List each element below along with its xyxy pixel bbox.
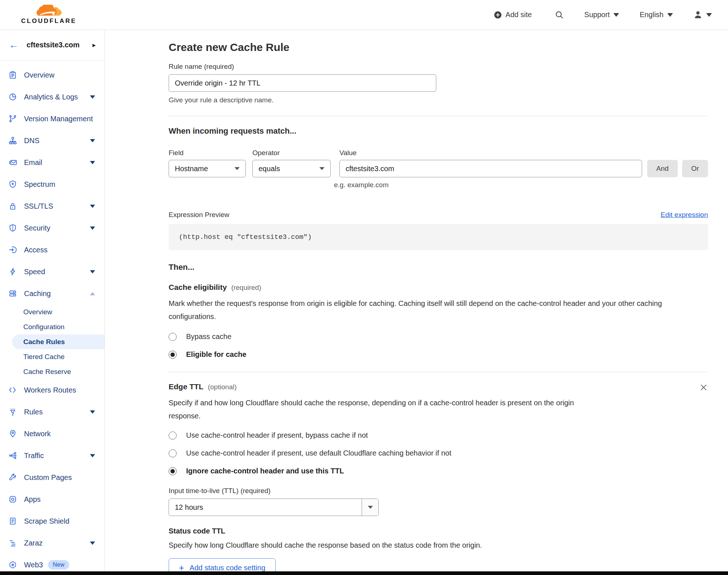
sidebar-item-overview[interactable]: Overview	[0, 64, 105, 86]
edge-ttl-description: Specify if and how long Cloudflare shoul…	[169, 396, 602, 422]
sidebar-item-label: Spectrum	[24, 180, 55, 189]
or-button[interactable]: Or	[682, 160, 708, 177]
and-button[interactable]: And	[647, 160, 678, 177]
bottom-edge-bar	[0, 571, 728, 575]
caret-down-icon	[90, 161, 95, 164]
sidebar-item-caching[interactable]: Caching	[0, 283, 105, 304]
caret-down-icon	[90, 454, 95, 457]
sidebar-item-workers-routes[interactable]: Workers Routes	[0, 379, 105, 401]
sidebar-item-label: Access	[24, 246, 47, 254]
edge-ttl-option-ignore-radio[interactable]: Ignore cache-control header and use this…	[169, 467, 708, 475]
eligible-for-cache-radio[interactable]: Eligible for cache	[169, 350, 708, 359]
apps-icon	[9, 495, 17, 503]
value-input[interactable]	[339, 160, 642, 177]
field-select-value: Hostname	[175, 165, 208, 173]
required-tag: (required)	[231, 284, 261, 292]
sidebar-subitem-caching-overview[interactable]: Overview	[0, 304, 105, 319]
ttl-select-arrow[interactable]	[362, 499, 378, 516]
hexagon-icon	[9, 561, 17, 569]
language-menu[interactable]: English	[640, 11, 673, 19]
caret-down-icon	[319, 167, 324, 170]
chevron-right-icon[interactable]: ▶	[93, 43, 96, 48]
sidebar-item-label: Overview	[24, 71, 54, 79]
sidebar-item-version-management[interactable]: Version Management	[0, 108, 105, 130]
rule-name-input[interactable]	[169, 74, 436, 92]
ttl-select-value: 12 hours	[175, 503, 203, 512]
bolt-icon	[9, 268, 17, 276]
sidebar-item-label: Speed	[24, 268, 45, 276]
sidebar-item-speed[interactable]: Speed	[0, 261, 105, 283]
value-help: e.g. example.com	[334, 181, 708, 189]
sidebar-subitem-cache-rules[interactable]: Cache Rules	[12, 334, 105, 349]
bypass-cache-label: Bypass cache	[186, 332, 232, 341]
ttl-select[interactable]: 12 hours	[169, 499, 379, 516]
operator-select[interactable]: equals	[252, 160, 331, 177]
sidebar-item-label: Apps	[24, 495, 41, 504]
bypass-cache-radio[interactable]: Bypass cache	[169, 332, 708, 341]
sidebar-item-label: Custom Pages	[24, 473, 72, 482]
sidebar-item-apps[interactable]: Apps	[0, 488, 105, 510]
sidebar-item-label: Email	[24, 158, 42, 167]
radio-unchecked-icon[interactable]	[169, 432, 177, 440]
field-label: Field	[169, 149, 252, 157]
support-menu[interactable]: Support	[584, 11, 619, 19]
sidebar-subitem-cache-reserve[interactable]: Cache Reserve	[0, 364, 105, 379]
divider	[169, 372, 708, 372]
account-menu[interactable]	[693, 10, 712, 19]
site-name: cftestsite3.com	[27, 41, 80, 49]
sidebar: ← cftestsite3.com ▶ Overview Analytics &…	[0, 30, 105, 575]
sidebar-item-label: Workers Routes	[24, 386, 76, 394]
sidebar-item-ssl-tls[interactable]: SSL/TLS	[0, 195, 105, 217]
sidebar-item-email[interactable]: Email	[0, 151, 105, 173]
status-code-ttl-description: Specify how long Cloudflare should cache…	[169, 541, 708, 550]
caret-down-icon	[368, 506, 373, 509]
caret-down-icon	[90, 205, 95, 208]
edge-ttl-option-label: Use cache-control header if present, use…	[186, 449, 451, 457]
sidebar-item-scrape-shield[interactable]: Scrape Shield	[0, 510, 105, 532]
sidebar-item-network[interactable]: Network	[0, 423, 105, 445]
radio-checked-icon[interactable]	[169, 351, 177, 359]
close-icon[interactable]	[699, 383, 708, 392]
cache-eligibility-heading: Cache eligibility	[169, 283, 227, 292]
search-button[interactable]	[555, 11, 564, 19]
expression-preview-label: Expression Preview	[169, 211, 229, 219]
wrench-icon	[9, 473, 17, 481]
sidebar-item-label: SSL/TLS	[24, 202, 53, 210]
rule-name-label: Rule name (required)	[169, 63, 708, 71]
cloudflare-wordmark: CLOUDFLARE	[21, 17, 76, 25]
sidebar-item-dns[interactable]: DNS	[0, 130, 105, 151]
add-status-code-button[interactable]: + Add status code setting	[169, 558, 276, 571]
sidebar-item-zaraz[interactable]: Zaraz	[0, 532, 105, 554]
optional-tag: (optional)	[208, 383, 237, 391]
sidebar-item-spectrum[interactable]: Spectrum	[0, 173, 105, 195]
sidebar-subitem-tiered-cache[interactable]: Tiered Cache	[0, 349, 105, 364]
shield-star-icon	[9, 180, 17, 188]
edge-ttl-option-default-radio[interactable]: Use cache-control header if present, use…	[169, 449, 708, 457]
sidebar-item-access[interactable]: Access	[0, 239, 105, 261]
radio-checked-icon[interactable]	[169, 467, 177, 475]
edit-expression-link[interactable]: Edit expression	[661, 211, 708, 219]
caret-down-icon	[706, 13, 712, 17]
sidebar-subitem-caching-configuration[interactable]: Configuration	[0, 319, 105, 334]
clipboard-icon	[9, 71, 17, 79]
sidebar-item-rules[interactable]: Rules	[0, 401, 105, 423]
field-select[interactable]: Hostname	[169, 160, 246, 177]
cloudflare-logo[interactable]: CLOUDFLARE	[21, 5, 76, 25]
sidebar-item-traffic[interactable]: Traffic	[0, 445, 105, 466]
sidebar-subitem-label: Tiered Cache	[23, 353, 64, 361]
sidebar-nav: Overview Analytics & Logs Version Manage…	[0, 60, 105, 575]
add-status-code-label: Add status code setting	[190, 564, 265, 572]
caret-down-icon	[90, 227, 95, 230]
plus-icon: +	[179, 563, 184, 572]
edge-ttl-option-bypass-radio[interactable]: Use cache-control header if present, byp…	[169, 431, 708, 440]
sidebar-item-analytics-logs[interactable]: Analytics & Logs	[0, 86, 105, 108]
support-label: Support	[584, 11, 610, 19]
radio-unchecked-icon[interactable]	[169, 449, 177, 457]
radio-unchecked-icon[interactable]	[169, 333, 177, 341]
add-site-button[interactable]: Add site	[494, 11, 532, 19]
back-arrow-icon[interactable]: ←	[9, 40, 19, 50]
rule-name-help: Give your rule a descriptive name.	[169, 96, 708, 104]
sidebar-item-custom-pages[interactable]: Custom Pages	[0, 466, 105, 488]
sidebar-item-security[interactable]: Security	[0, 217, 105, 239]
sidebar-item-label: Traffic	[24, 452, 44, 460]
